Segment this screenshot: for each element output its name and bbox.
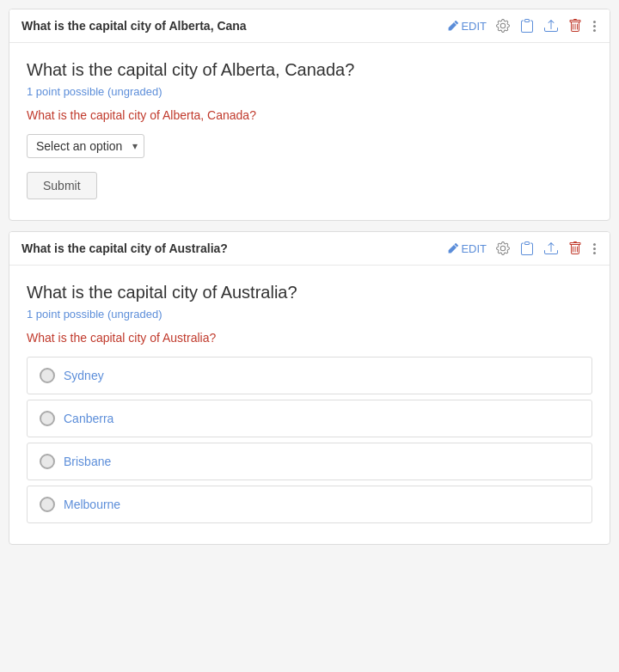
card-actions-2: EDIT (447, 241, 598, 256)
radio-option-3[interactable]: Melbourne (27, 486, 592, 523)
radio-option-1[interactable]: Canberra (27, 400, 592, 437)
card-title-1: What is the capital city of Alberta, Can… (21, 19, 247, 33)
export-button-2[interactable] (543, 241, 559, 256)
export-button-1[interactable] (543, 18, 559, 34)
copy-button-2[interactable] (519, 241, 535, 256)
radio-label-1: Canberra (64, 412, 113, 425)
pencil-icon (447, 21, 458, 32)
copy-icon (520, 19, 534, 33)
radio-label-0: Sydney (64, 369, 104, 382)
radio-circle-1 (40, 411, 55, 426)
answer-select-1[interactable]: Select an option (27, 134, 144, 158)
export-icon (544, 19, 558, 33)
question-card-2: What is the capital city of Australia? E… (9, 231, 610, 545)
points-label-2: 1 point possible (ungraded) (27, 308, 592, 321)
radio-option-0[interactable]: Sydney (27, 357, 592, 394)
edit-button-1[interactable]: EDIT (447, 20, 487, 33)
card-title-2: What is the capital city of Australia? (21, 241, 228, 255)
card-body-2: What is the capital city of Australia? 1… (9, 266, 610, 544)
card-body-1: What is the capital city of Alberta, Can… (9, 43, 610, 220)
settings-button-1[interactable] (495, 18, 511, 34)
trash-icon (568, 19, 582, 33)
card-header-2: What is the capital city of Australia? E… (9, 232, 610, 266)
settings-button-2[interactable] (495, 241, 511, 256)
delete-button-1[interactable] (567, 18, 583, 34)
pencil-icon-2 (447, 243, 458, 254)
edit-button-2[interactable]: EDIT (447, 242, 487, 255)
trash-icon-2 (568, 241, 582, 255)
submit-button-1[interactable]: Submit (27, 172, 97, 199)
points-label-1: 1 point possible (ungraded) (27, 85, 592, 98)
select-wrapper-1: Select an option (27, 134, 144, 158)
question-prompt-1: What is the capital city of Alberta, Can… (27, 108, 592, 122)
more-options-button-1[interactable] (591, 19, 598, 34)
radio-label-2: Brisbane (64, 455, 111, 468)
question-title-1: What is the capital city of Alberta, Can… (27, 60, 592, 80)
radio-circle-3 (40, 497, 55, 512)
copy-button-1[interactable] (519, 18, 535, 34)
edit-label-2: EDIT (461, 242, 487, 255)
copy-icon-2 (520, 241, 534, 255)
card-actions-1: EDIT (447, 18, 598, 34)
radio-options-container: Sydney Canberra Brisbane Melbourne (27, 357, 592, 523)
card-header-1: What is the capital city of Alberta, Can… (9, 9, 610, 43)
more-options-button-2[interactable] (591, 241, 598, 256)
radio-option-2[interactable]: Brisbane (27, 443, 592, 480)
export-icon-2 (544, 241, 558, 255)
question-card-1: What is the capital city of Alberta, Can… (9, 9, 610, 221)
question-title-2: What is the capital city of Australia? (27, 283, 592, 302)
radio-label-3: Melbourne (64, 498, 120, 511)
radio-circle-2 (40, 454, 55, 469)
radio-circle-0 (40, 368, 55, 383)
gear-icon-2 (496, 241, 510, 255)
gear-icon (496, 19, 510, 33)
question-prompt-2: What is the capital city of Australia? (27, 331, 592, 345)
delete-button-2[interactable] (567, 241, 583, 256)
edit-label-1: EDIT (461, 20, 487, 33)
